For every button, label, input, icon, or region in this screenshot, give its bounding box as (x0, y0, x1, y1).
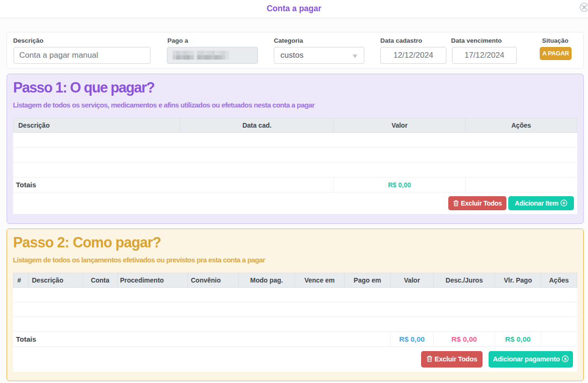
svg-text:$: $ (564, 356, 567, 361)
